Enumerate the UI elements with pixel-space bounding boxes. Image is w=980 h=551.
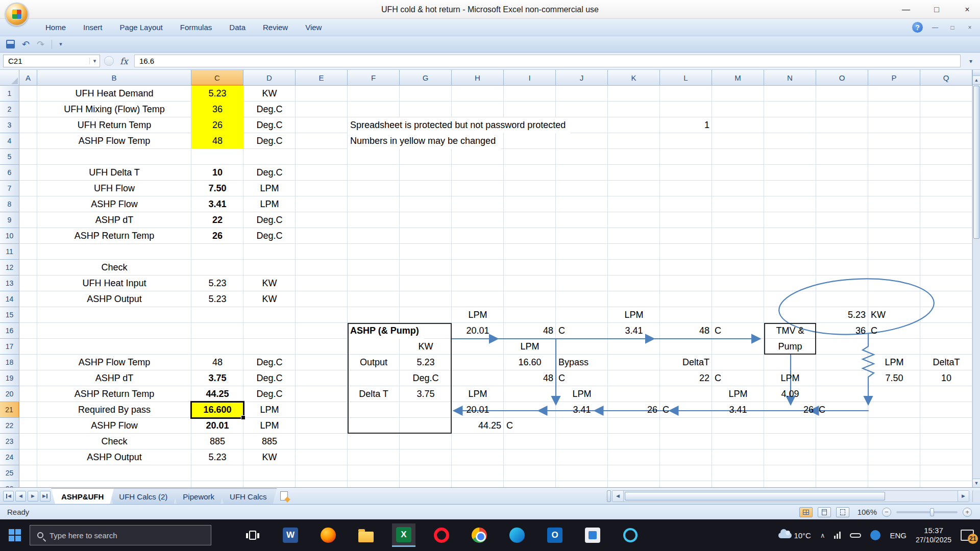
row-header-16[interactable]: 16 — [0, 323, 19, 339]
cell-M21[interactable]: 3.41 — [712, 402, 764, 418]
cell-N20[interactable]: 4.09 — [764, 386, 816, 402]
cell-L21[interactable]: C — [660, 402, 712, 418]
previous-sheet-icon[interactable]: ◀ — [15, 491, 26, 502]
scroll-up-icon[interactable]: ▲ — [973, 76, 980, 85]
cell-F4[interactable]: Numbers in yellow may be changed — [348, 133, 501, 149]
ribbon-tab-review[interactable]: Review — [254, 19, 297, 36]
horizontal-scroll-thumb[interactable] — [625, 492, 885, 500]
cell-H16[interactable]: 20.01 — [452, 323, 504, 339]
cell-D6[interactable]: Deg.C — [243, 165, 296, 181]
cell-B21[interactable]: Required By pass — [37, 402, 191, 418]
row-header-17[interactable]: 17 — [0, 339, 19, 355]
save-icon[interactable] — [6, 40, 15, 48]
row-header-8[interactable]: 8 — [0, 196, 19, 212]
cell-M19[interactable]: C — [712, 370, 764, 386]
vertical-scroll-thumb[interactable] — [973, 86, 979, 239]
insert-function-icon[interactable]: fx — [118, 56, 130, 66]
cell-B22[interactable]: ASHP Flow — [37, 418, 191, 434]
name-box[interactable]: C21 ▾ — [3, 55, 100, 67]
ribbon-tab-view[interactable]: View — [297, 19, 330, 36]
row-header-13[interactable]: 13 — [0, 276, 19, 291]
tab-split-handle[interactable] — [607, 490, 611, 502]
cell-L18[interactable]: DeltaT — [660, 355, 712, 370]
teams-icon[interactable] — [870, 530, 880, 540]
cell-B20[interactable]: ASHP Return Temp — [37, 386, 191, 402]
app-button[interactable] — [581, 523, 604, 547]
cell-D19[interactable]: Deg.C — [243, 370, 296, 386]
excel-app-button[interactable]: X — [392, 523, 415, 547]
cell-C22[interactable]: 20.01 — [191, 418, 243, 434]
zoom-in-button[interactable]: + — [963, 508, 972, 517]
zoom-out-button[interactable]: − — [882, 508, 891, 517]
cell-D2[interactable]: Deg.C — [243, 102, 296, 117]
cortana-button[interactable] — [619, 523, 642, 547]
firefox-app-button[interactable] — [316, 523, 340, 547]
cell-D18[interactable]: Deg.C — [243, 355, 296, 370]
cell-I17[interactable]: LPM — [504, 339, 556, 355]
cell-C4[interactable]: 48 — [191, 133, 243, 149]
cell-L3[interactable]: 1 — [660, 117, 712, 133]
cell-J16[interactable]: C — [556, 323, 608, 339]
cell-C18[interactable]: 48 — [191, 355, 243, 370]
cell-P18[interactable]: LPM — [868, 355, 920, 370]
office-button[interactable] — [5, 3, 29, 26]
cell-I22[interactable]: C — [504, 418, 556, 434]
cell-M16[interactable]: C — [712, 323, 764, 339]
row-header-19[interactable]: 19 — [0, 370, 19, 386]
taskbar-search[interactable]: Type here to search — [30, 525, 211, 545]
cell-D1[interactable]: KW — [243, 86, 296, 102]
cell-I19[interactable]: 48 — [504, 370, 556, 386]
cell-C13[interactable]: 5.23 — [191, 276, 243, 291]
cell-B3[interactable]: UFH Return Temp — [37, 117, 191, 133]
cell-N19[interactable]: LPM — [764, 370, 816, 386]
cell-L19[interactable]: 22 — [660, 370, 712, 386]
cell-D23[interactable]: 885 — [243, 434, 296, 449]
normal-view-button[interactable] — [799, 507, 813, 517]
column-header-D[interactable]: D — [243, 70, 296, 86]
row-header-5[interactable]: 5 — [0, 149, 19, 165]
workbook-close-button[interactable]: × — [965, 24, 975, 31]
row-header-1[interactable]: 1 — [0, 86, 19, 102]
cell-B7[interactable]: UFH Flow — [37, 181, 191, 196]
ribbon-tab-home[interactable]: Home — [37, 19, 75, 36]
cell-B19[interactable]: ASHP dT — [37, 370, 191, 386]
cell-O15[interactable]: 5.23 — [816, 307, 868, 323]
column-header-J[interactable]: J — [556, 70, 608, 86]
column-header-F[interactable]: F — [348, 70, 400, 86]
tray-chevron-icon[interactable]: ∧ — [820, 532, 825, 539]
row-header-7[interactable]: 7 — [0, 181, 19, 196]
cell-B12[interactable]: Check — [37, 260, 191, 276]
cell-B13[interactable]: UFH Heat Input — [37, 276, 191, 291]
ribbon-tab-page-layout[interactable]: Page Layout — [111, 19, 172, 36]
row-header-6[interactable]: 6 — [0, 165, 19, 181]
maximize-button[interactable]: □ — [928, 5, 945, 14]
horizontal-scrollbar[interactable]: ◀ ▶ — [612, 490, 969, 502]
zoom-level[interactable]: 106% — [854, 508, 877, 516]
help-icon[interactable]: ? — [912, 22, 923, 33]
cell-C1[interactable]: 5.23 — [191, 86, 243, 102]
word-app-button[interactable]: W — [279, 523, 302, 547]
cell-D14[interactable]: KW — [243, 291, 296, 307]
cell-B14[interactable]: ASHP Output — [37, 291, 191, 307]
sheet-tab-ashp-ufh[interactable]: ASHP&UFH — [51, 488, 114, 504]
cell-D9[interactable]: Deg.C — [243, 212, 296, 228]
cell-C2[interactable]: 36 — [191, 102, 243, 117]
cell-I18[interactable]: 16.60 — [504, 355, 556, 370]
cell-M20[interactable]: LPM — [712, 386, 764, 402]
ribbon-tab-insert[interactable]: Insert — [75, 19, 111, 36]
row-header-12[interactable]: 12 — [0, 260, 19, 276]
cell-L16[interactable]: 48 — [660, 323, 712, 339]
ribbon-tab-formulas[interactable]: Formulas — [172, 19, 221, 36]
cell-O16[interactable]: 36 — [816, 323, 868, 339]
cell-J19[interactable]: C — [556, 370, 608, 386]
cell-K21[interactable]: 26 — [608, 402, 660, 418]
cell-B6[interactable]: UFH Delta T — [37, 165, 191, 181]
workbook-restore-button[interactable]: □ — [947, 24, 958, 31]
select-all-corner[interactable] — [0, 70, 19, 86]
page-break-view-button[interactable] — [836, 507, 849, 517]
cell-C24[interactable]: 5.23 — [191, 449, 243, 465]
column-header-A[interactable]: A — [19, 70, 37, 86]
sheet-tab-ufh-calcs[interactable]: UFH Calcs — [219, 488, 277, 504]
scroll-right-icon[interactable]: ▶ — [958, 491, 969, 502]
row-header-18[interactable]: 18 — [0, 355, 19, 370]
